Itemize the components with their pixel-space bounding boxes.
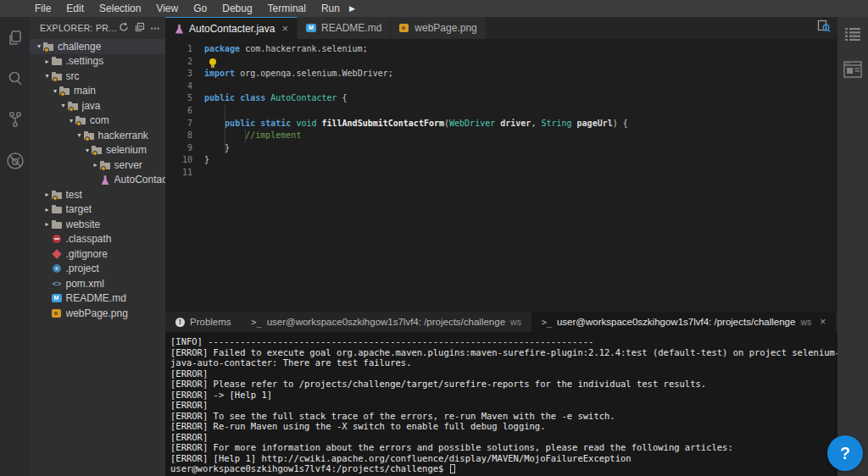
editor-tab-autocontacter-java[interactable]: AutoContacter.java× — [165, 17, 298, 39]
terminal-cursor — [450, 464, 455, 473]
tree-item-test[interactable]: ▸test — [30, 187, 165, 202]
editor-tabbar: AutoContacter.java×README.mdwebPage.png — [165, 17, 837, 39]
chevron-expanded-icon[interactable]: ▾ — [35, 42, 43, 50]
tree-item-challenge[interactable]: ▾challenge — [30, 39, 165, 54]
search-preview-icon[interactable] — [817, 19, 831, 36]
chevron-expanded-icon[interactable]: ▾ — [43, 72, 52, 80]
menu-item-view[interactable]: View — [148, 1, 186, 16]
close-tab-icon[interactable]: × — [820, 316, 826, 328]
outline-icon[interactable] — [844, 27, 861, 46]
tree-item--settings[interactable]: ▸.settings — [30, 54, 165, 69]
badge-dot — [53, 77, 58, 82]
menu-item-file[interactable]: File — [27, 1, 58, 16]
close-tab-icon[interactable]: × — [281, 22, 288, 35]
code-line: //implement — [204, 130, 837, 142]
chevron-expanded-icon[interactable]: ▾ — [67, 117, 75, 125]
explorer-header: EXPLORER: PR... ⋯ — [30, 17, 165, 39]
panel-tabbar: !Problems>_user@workspace0szkihgow1s7lvf… — [165, 312, 837, 332]
code-line — [204, 56, 837, 69]
lightbulb-icon[interactable] — [209, 58, 216, 65]
folder-icon — [68, 101, 79, 111]
tree-item-label: com — [90, 114, 109, 126]
menu-item-run[interactable]: Run — [314, 1, 348, 16]
editor-tab-webpage-png[interactable]: webPage.png — [391, 17, 486, 39]
tree-item-target[interactable]: ▸target — [30, 202, 165, 218]
tree-item-webpage-png[interactable]: webPage.png — [30, 306, 165, 321]
tree-item-selenium[interactable]: ▾selenium — [30, 143, 165, 158]
tree-item-label: .gitignore — [66, 248, 108, 260]
code-line: } — [204, 142, 837, 155]
help-button[interactable]: ? — [827, 435, 863, 471]
folder-icon — [100, 160, 111, 170]
debug-disabled-icon[interactable] — [5, 151, 25, 174]
chevron-expanded-icon[interactable]: ▾ — [83, 147, 92, 154]
terminal-line: java-auto-contacter: There are test fail… — [170, 357, 837, 368]
tree-item-src[interactable]: ▾src — [30, 69, 165, 84]
panel-tab-terminal-2[interactable]: >_user@workspace0szkihgow1s7lvf4: /proje… — [531, 312, 836, 332]
bottom-panel: !Problems>_user@workspace0szkihgow1s7lvf… — [165, 312, 837, 476]
tree-item-java[interactable]: ▾java — [30, 98, 165, 113]
chevron-expanded-icon[interactable]: ▾ — [75, 131, 84, 139]
chevron-collapsed-icon[interactable]: ▸ — [43, 58, 52, 65]
terminal-line: [ERROR] [Help 1] http://cwiki.apache.org… — [170, 453, 837, 464]
plugins-view-icon[interactable] — [843, 61, 862, 81]
tree-item-label: .classpath — [66, 233, 112, 245]
badge-dot — [85, 136, 90, 141]
folder-icon — [52, 71, 63, 81]
tree-item-com[interactable]: ▾com — [30, 113, 165, 129]
chevron-collapsed-icon[interactable]: ▸ — [92, 161, 100, 169]
tree-item-label: webPage.png — [66, 307, 128, 319]
tree-item-server[interactable]: ▸server — [30, 158, 165, 173]
folder-icon — [52, 204, 63, 214]
refresh-icon[interactable] — [119, 22, 129, 34]
tree-item-website[interactable]: ▸website — [30, 217, 165, 232]
terminal-icon: >_ — [542, 318, 552, 327]
menu-item-go[interactable]: Go — [186, 1, 214, 16]
tree-item-hackerrank[interactable]: ▾hackerrank — [30, 128, 165, 143]
explorer-title: EXPLORER: PR... — [40, 23, 119, 33]
chevron-expanded-icon[interactable]: ▾ — [59, 102, 68, 109]
chevron-expanded-icon[interactable]: ▾ — [51, 87, 59, 95]
menu-item-selection[interactable]: Selection — [92, 1, 148, 16]
terminal-line: [ERROR] — [170, 432, 837, 443]
terminal-icon: >_ — [252, 318, 262, 327]
run-play-icon[interactable]: ▶ — [349, 4, 355, 13]
badge-dot — [53, 196, 58, 201]
collapse-all-icon[interactable] — [135, 22, 145, 34]
chevron-collapsed-icon[interactable]: ▸ — [43, 191, 52, 198]
terminal-output[interactable]: [INFO] ---------------------------------… — [165, 332, 837, 476]
tree-item-main[interactable]: ▾main — [30, 84, 165, 99]
panel-tab-problems[interactable]: !Problems — [165, 312, 242, 332]
line-number: 1 — [165, 43, 204, 56]
project-icon — [52, 263, 63, 274]
tree-item-readme-md[interactable]: README.md — [30, 291, 165, 307]
panel-tab-label: user@workspace0szkihgow1s7lvf4: /project… — [267, 317, 505, 327]
menu-item-terminal[interactable]: Terminal — [260, 1, 314, 16]
tree-item-label: target — [66, 203, 92, 215]
tree-item--project[interactable]: .project — [30, 262, 165, 277]
tree-item--gitignore[interactable]: .gitignore — [30, 246, 165, 262]
badge-dot — [44, 47, 49, 53]
source-control-icon[interactable] — [6, 110, 25, 132]
more-actions-icon[interactable]: ⋯ — [151, 23, 161, 33]
panel-tab-label: user@workspace0szkihgow1s7lvf4: /project… — [557, 317, 795, 327]
files-icon[interactable] — [6, 29, 25, 51]
menubar: FileEditSelectionViewGoDebugTerminalRun▶ — [0, 0, 868, 17]
menu-item-edit[interactable]: Edit — [58, 1, 92, 16]
right-sidebar — [837, 17, 868, 476]
panel-tab-terminal-1[interactable]: >_user@workspace0szkihgow1s7lvf4: /proje… — [242, 312, 531, 332]
folder-icon — [84, 130, 95, 141]
tree-item-pom-xml[interactable]: <>pom.xml — [30, 276, 165, 291]
editor-tab-readme-md[interactable]: README.md — [298, 17, 391, 39]
tree-item--classpath[interactable]: .classpath — [30, 232, 165, 247]
line-number: 7 — [165, 118, 204, 130]
panel-tab-suffix: ws — [800, 317, 811, 327]
code-editor[interactable]: 1234567891011 package com.hackerrank.sel… — [165, 39, 837, 312]
explorer-sidebar: EXPLORER: PR... ⋯ ▾challenge▸.settings▾s… — [30, 17, 165, 476]
tree-item-autocontacter-jav[interactable]: AutoContacter.jav — [30, 173, 165, 188]
chevron-collapsed-icon[interactable]: ▸ — [43, 206, 52, 213]
chevron-collapsed-icon[interactable]: ▸ — [43, 220, 52, 228]
menu-item-debug[interactable]: Debug — [214, 1, 259, 16]
search-icon[interactable] — [6, 69, 25, 91]
tabbar-spacer — [487, 17, 817, 39]
